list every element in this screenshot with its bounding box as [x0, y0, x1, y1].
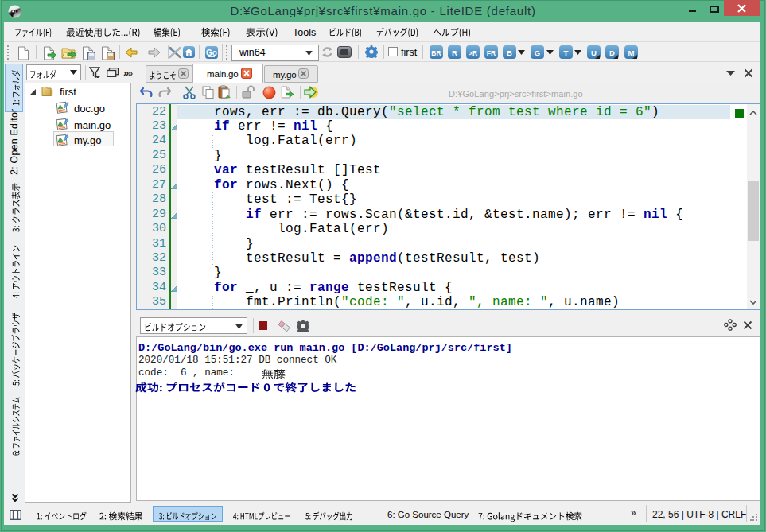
svg-text:>R: >R: [469, 49, 477, 57]
svg-text:T: T: [564, 49, 569, 57]
svg-text:G: G: [535, 49, 540, 57]
svg-text:R: R: [452, 49, 457, 57]
svg-text:FR: FR: [487, 49, 496, 57]
svg-text:B: B: [507, 49, 512, 57]
svg-text:BR: BR: [431, 49, 441, 57]
svg-text:Go: Go: [206, 49, 217, 57]
